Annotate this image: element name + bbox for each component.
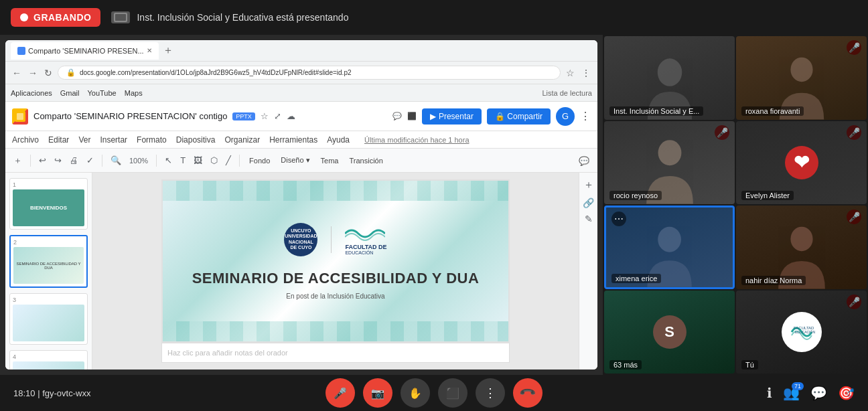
- menu-diapositiva[interactable]: Diapositiva: [176, 135, 216, 145]
- people-button[interactable]: 👥 71: [783, 385, 800, 401]
- slides-tag: PPTX: [232, 112, 255, 120]
- add-slide-btn[interactable]: ＋: [583, 178, 594, 192]
- slide-border-bottom: [163, 321, 508, 341]
- menu-insertar[interactable]: Insertar: [100, 135, 127, 145]
- slide-notes[interactable]: Haz clic para añadir notas del orador: [161, 343, 510, 363]
- cloud-icon[interactable]: ☁: [287, 111, 295, 121]
- forward-button[interactable]: →: [27, 66, 39, 80]
- back-button[interactable]: ←: [11, 66, 23, 80]
- info-button[interactable]: ℹ: [767, 385, 772, 401]
- menu-organizar[interactable]: Organizar: [224, 135, 260, 145]
- refresh-button[interactable]: ↻: [43, 66, 54, 80]
- bookmark-gmail[interactable]: Gmail: [60, 89, 80, 97]
- star-icon[interactable]: ☆: [261, 111, 269, 121]
- toolbar-image[interactable]: 🖼: [191, 154, 205, 167]
- toolbar-shapes[interactable]: ⬡: [208, 154, 220, 167]
- menu-ver[interactable]: Ver: [78, 135, 90, 145]
- slide-thumb-1[interactable]: 1 BIENVENIDOS: [9, 178, 88, 230]
- tab-favicon: [17, 47, 25, 55]
- slide-thumb-4[interactable]: 4: [9, 350, 88, 369]
- more-icon: ⋮: [484, 386, 496, 400]
- toolbar-text[interactable]: T: [177, 154, 188, 167]
- move-icon[interactable]: ⤢: [274, 111, 281, 121]
- toolbar-zoom-pct[interactable]: 100%: [127, 155, 151, 166]
- svg-point-8: [790, 227, 812, 252]
- slideshow-icon[interactable]: ⬛: [407, 112, 417, 120]
- presenter-text: Inst. Inclusión Social y Educativa está …: [137, 12, 348, 23]
- participant-name-4: Evelyn Alister: [741, 191, 794, 200]
- participant-name-1: Inst. Inclusión Social y E...: [609, 106, 703, 116]
- camera-icon: 📷: [371, 387, 384, 400]
- toolbar-layout[interactable]: Diseño ▾: [277, 155, 313, 166]
- info-icon: ℹ: [767, 385, 772, 401]
- toolbar-line[interactable]: ╱: [223, 154, 234, 167]
- toolbar-right: 💬: [576, 155, 592, 167]
- screen-share-button[interactable]: ⬛: [438, 378, 467, 408]
- video-grid: Inst. Inclusión Social y E... 🎤 roxana f…: [603, 35, 868, 375]
- bookmark-button[interactable]: ☆: [565, 66, 576, 80]
- toolbar-theme[interactable]: Tema: [317, 155, 343, 166]
- user-avatar[interactable]: G: [556, 107, 575, 126]
- toolbar-undo[interactable]: ↩: [36, 154, 49, 167]
- tab-add-button[interactable]: ＋: [163, 44, 173, 58]
- toolbar-print[interactable]: 🖨: [67, 154, 81, 167]
- end-call-button[interactable]: 📞: [507, 372, 549, 411]
- edu-subtext: EDUCACIÓN: [345, 250, 373, 255]
- slide-thumb-2[interactable]: 2 SEMINARIO DE ACCESIBILIDAD Y DUA: [9, 235, 88, 288]
- participant-name-2: roxana fioravanti: [741, 106, 804, 116]
- edu-text: FACULTAD DE: [345, 244, 386, 250]
- toolbar-add[interactable]: ＋: [11, 153, 25, 168]
- activities-button[interactable]: 🎯: [838, 385, 855, 401]
- browser-window: Comparto 'SEMINARIO PRESEN... ✕ ＋ ← → ↻ …: [5, 40, 597, 369]
- menu-formato[interactable]: Formato: [137, 135, 167, 145]
- menu-button[interactable]: ⋮: [580, 66, 592, 80]
- browser-tab-active[interactable]: Comparto 'SEMINARIO PRESEN... ✕: [11, 42, 159, 60]
- bookmark-maps[interactable]: Maps: [125, 89, 143, 97]
- slides-panel: 1 BIENVENIDOS 2 SEMINARIO DE ACCESIBILID…: [5, 173, 92, 369]
- edu-logo: FACULTAD DE EDUCACIÓN: [345, 224, 386, 255]
- camera-button[interactable]: 📷: [363, 378, 392, 408]
- video-tile-5: ⋯ ximena erice: [604, 206, 735, 289]
- grid-icon[interactable]: ⋮: [580, 110, 591, 122]
- video-tile-2: 🎤 roxana fioravanti: [736, 36, 867, 120]
- tab-close-button[interactable]: ✕: [147, 47, 152, 54]
- share-button[interactable]: 🔒 Compartir: [487, 108, 551, 125]
- toolbar-zoom-out[interactable]: 🔍: [108, 154, 124, 167]
- toolbar-comments-btn[interactable]: 💬: [576, 155, 592, 167]
- participant-name-8: Tú: [741, 360, 758, 369]
- toolbar-cursor[interactable]: ↖: [162, 154, 175, 167]
- menu-editar[interactable]: Editar: [48, 135, 69, 145]
- link-icon[interactable]: 🔗: [583, 197, 594, 208]
- present-button[interactable]: ▶ Presentar: [422, 108, 482, 125]
- slide-thumb-3[interactable]: 3: [9, 293, 88, 345]
- participant-name-6: nahir díaz Norma: [741, 276, 806, 285]
- mic-button[interactable]: 🎤: [326, 378, 355, 408]
- last-modified[interactable]: Última modificación hace 1 hora: [364, 136, 469, 144]
- toolbar-bg[interactable]: Fondo: [245, 155, 274, 166]
- uncuyo-logo: UNCUYO UNIVERSIDAD NACIONAL DE CUYO: [284, 223, 317, 256]
- mute-icon-8: 🎤: [847, 295, 861, 309]
- bookmark-youtube[interactable]: YouTube: [88, 89, 117, 97]
- video-tile-1: Inst. Inclusión Social y E...: [604, 36, 735, 120]
- activities-icon: 🎯: [838, 385, 855, 401]
- menu-archivo[interactable]: Archivo: [12, 135, 39, 145]
- raise-hand-button[interactable]: ✋: [401, 378, 430, 408]
- toolbar-spellcheck[interactable]: ✓: [84, 154, 96, 167]
- url-text: docs.google.com/presentation/d/1OLo/jp8a…: [80, 69, 352, 76]
- menu-ayuda[interactable]: Ayuda: [327, 135, 350, 145]
- slide-main-content[interactable]: UNCUYO UNIVERSIDAD NACIONAL DE CUYO FACU…: [161, 179, 510, 343]
- tab-title: Comparto 'SEMINARIO PRESEN...: [28, 47, 144, 55]
- toolbar-transition[interactable]: Transición: [346, 155, 387, 166]
- menu-herramientas[interactable]: Herramientas: [269, 135, 317, 145]
- lock-icon: 🔒: [66, 68, 76, 77]
- toolbar-redo[interactable]: ↪: [52, 154, 64, 167]
- bookmark-apps[interactable]: Aplicaciones: [11, 89, 52, 97]
- address-bar[interactable]: 🔒 docs.google.com/presentation/d/1OLo/jp…: [58, 66, 561, 80]
- slide-canvas: UNCUYO UNIVERSIDAD NACIONAL DE CUYO FACU…: [92, 173, 579, 369]
- chat-button[interactable]: 💬: [810, 385, 827, 401]
- comments-icon[interactable]: 💬: [392, 112, 402, 120]
- note-icon[interactable]: ✎: [585, 214, 593, 224]
- screen-icon: ⬛: [446, 387, 459, 400]
- more-options-button[interactable]: ⋮: [476, 378, 505, 408]
- reading-list[interactable]: Lista de lectura: [542, 89, 592, 97]
